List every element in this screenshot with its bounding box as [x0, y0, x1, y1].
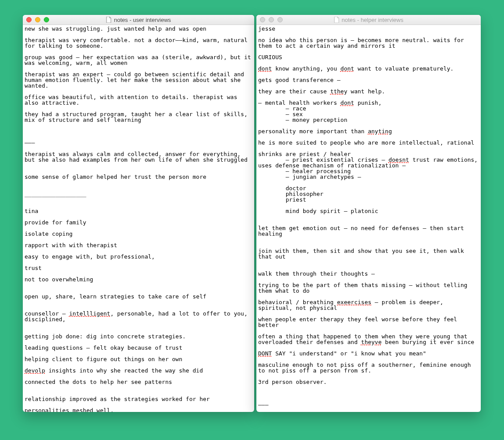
- traffic-lights: [260, 17, 283, 22]
- misspelled-word: dont: [341, 65, 354, 72]
- minimize-icon[interactable]: [269, 17, 274, 22]
- misspelled-word: devolp: [25, 367, 45, 374]
- window-title-text: notes - user interviews: [114, 17, 171, 23]
- window-title-text: notes - helper interviews: [342, 17, 404, 23]
- window-user-interviews[interactable]: notes - user interviews new she was stru…: [23, 15, 254, 412]
- titlebar[interactable]: notes - user interviews: [23, 15, 254, 25]
- zoom-icon[interactable]: [44, 17, 49, 22]
- text-editor-content[interactable]: new she was struggling. just wanted help…: [23, 25, 254, 412]
- window-title: notes - user interviews: [106, 17, 171, 23]
- misspelled-word: dont: [341, 99, 354, 106]
- misspelled-word: DONT: [258, 350, 272, 357]
- window-helper-interviews[interactable]: notes - helper interviews jesse no idea …: [256, 15, 481, 412]
- misspelled-word: exeercises: [337, 299, 371, 305]
- text-editor-content[interactable]: jesse no idea who this person is — becom…: [256, 25, 481, 412]
- zoom-icon[interactable]: [277, 17, 283, 22]
- misspelled-word: doesnt: [388, 156, 409, 163]
- titlebar[interactable]: notes - helper interviews: [256, 15, 481, 25]
- misspelled-word: dont: [258, 65, 272, 72]
- traffic-lights: [26, 17, 49, 22]
- window-title: notes - helper interviews: [334, 17, 404, 23]
- misspelled-word: tthey: [330, 88, 347, 95]
- misspelled-word: theyve: [361, 339, 382, 345]
- close-icon[interactable]: [260, 17, 265, 22]
- close-icon[interactable]: [26, 17, 32, 22]
- document-icon: [334, 17, 339, 23]
- misspelled-word: anyting: [368, 128, 392, 135]
- minimize-icon[interactable]: [35, 17, 40, 22]
- misspelled-word: intellligent: [69, 310, 110, 317]
- document-icon: [106, 17, 111, 23]
